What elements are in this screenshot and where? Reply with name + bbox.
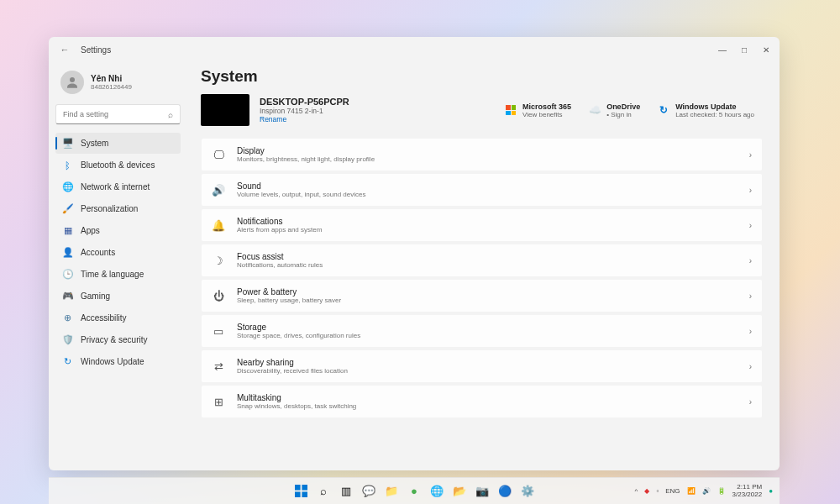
nav-label: Apps xyxy=(81,226,100,235)
setting-sub: Volume levels, output, input, sound devi… xyxy=(237,191,738,198)
chrome-icon[interactable]: 🌐 xyxy=(428,482,446,501)
chevron-right-icon: › xyxy=(749,256,752,265)
profile-section[interactable]: Yên Nhi 84826126449 xyxy=(55,67,181,97)
setting-icon: ⏻ xyxy=(212,289,225,302)
nav-icon: ▦ xyxy=(62,225,73,236)
nav-label: Accessibility xyxy=(81,313,126,323)
settings-list: 🖵DisplayMonitors, brightness, night ligh… xyxy=(201,138,763,418)
setting-power-battery[interactable]: ⏻Power & batterySleep, battery usage, ba… xyxy=(201,279,763,312)
setting-nearby-sharing[interactable]: ⇄Nearby sharingDiscoverability, received… xyxy=(201,349,763,383)
setting-sub: Monitors, brightness, night light, displ… xyxy=(237,155,738,163)
chevron-right-icon: › xyxy=(749,397,752,407)
search-taskbar-icon[interactable]: ⌕ xyxy=(314,482,333,501)
taskview-icon[interactable]: ▥ xyxy=(337,482,355,501)
wifi-icon[interactable]: 📶 xyxy=(687,487,696,495)
nav-icon: ᛒ xyxy=(62,160,73,171)
nav-label: Time & language xyxy=(81,270,144,279)
tray-app-icon[interactable]: ◆ xyxy=(644,487,649,495)
edge-icon[interactable]: 🔵 xyxy=(496,482,514,501)
setting-storage[interactable]: ▭StorageStorage space, drives, configura… xyxy=(201,314,763,348)
nav-item-windows-update[interactable]: ↻Windows Update xyxy=(55,351,181,372)
start-button[interactable] xyxy=(291,482,310,501)
cloud-sub: • Sign in xyxy=(606,111,640,118)
setting-display[interactable]: 🖵DisplayMonitors, brightness, night ligh… xyxy=(201,138,763,171)
device-name: DESKTOP-P56PCPR xyxy=(260,97,494,107)
folder-icon[interactable]: 📂 xyxy=(450,482,469,501)
back-button[interactable]: ← xyxy=(57,42,72,57)
cloud-sub: Last checked: 5 hours ago xyxy=(675,111,754,118)
tray-app2-icon[interactable]: ▫ xyxy=(656,487,659,495)
nav-item-accounts[interactable]: 👤Accounts xyxy=(55,242,181,263)
page-title: System xyxy=(201,67,763,86)
cloud-windows-update[interactable]: ↻Windows UpdateLast checked: 5 hours ago xyxy=(657,102,754,118)
battery-icon[interactable]: 🔋 xyxy=(717,487,726,495)
rename-link[interactable]: Rename xyxy=(260,115,494,123)
volume-icon[interactable]: 🔊 xyxy=(702,487,711,495)
setting-icon: 🔊 xyxy=(212,183,225,197)
setting-icon: ⊞ xyxy=(212,395,225,408)
profile-name: Yên Nhi xyxy=(91,74,132,83)
setting-notifications[interactable]: 🔔NotificationsAlerts from apps and syste… xyxy=(201,208,763,242)
cloud-onedrive[interactable]: ☁️OneDrive• Sign in xyxy=(588,102,640,118)
nav-item-personalization[interactable]: 🖌️Personalization xyxy=(55,198,181,219)
setting-sound[interactable]: 🔊SoundVolume levels, output, input, soun… xyxy=(201,173,763,207)
device-row: DESKTOP-P56PCPR Inspiron 7415 2-in-1 Ren… xyxy=(201,94,763,126)
close-button[interactable]: ✕ xyxy=(761,45,771,55)
tray-lang[interactable]: ENG xyxy=(665,487,680,495)
setting-title: Nearby sharing xyxy=(237,358,738,367)
nav-item-accessibility[interactable]: ⊕Accessibility xyxy=(55,307,181,328)
setting-sub: Snap windows, desktops, task switching xyxy=(237,402,738,410)
cloud-microsoft-[interactable]: Microsoft 365View benefits xyxy=(504,102,571,118)
settings-taskbar-icon[interactable]: ⚙️ xyxy=(518,482,537,501)
nav-item-network-internet[interactable]: 🌐Network & internet xyxy=(55,176,181,197)
app-icon[interactable]: ● xyxy=(405,482,423,501)
minimize-button[interactable]: — xyxy=(717,45,727,55)
tray-chevron-icon[interactable]: ^ xyxy=(635,487,638,495)
search-box[interactable]: ⌕ xyxy=(55,104,181,124)
setting-sub: Discoverability, received files location xyxy=(237,367,738,375)
titlebar: ← Settings — □ ✕ xyxy=(49,37,780,62)
setting-sub: Alerts from apps and system xyxy=(237,226,738,234)
setting-icon: 🔔 xyxy=(212,218,225,232)
instagram-icon[interactable]: 📷 xyxy=(473,482,491,501)
setting-sub: Notifications, automatic rules xyxy=(237,261,738,269)
cloud-icon: ☁️ xyxy=(588,103,601,117)
nav-icon: 🖌️ xyxy=(62,203,73,214)
chevron-right-icon: › xyxy=(749,221,752,230)
setting-sub: Storage space, drives, configuration rul… xyxy=(237,332,738,339)
sidebar: Yên Nhi 84826126449 ⌕ 🖥️SystemᛒBluetooth… xyxy=(49,62,187,470)
system-tray[interactable]: ^ ◆ ▫ ENG 📶 🔊 🔋 2:11 PM 3/23/2022 ● xyxy=(635,484,773,499)
svg-rect-3 xyxy=(295,491,301,497)
nav-item-apps[interactable]: ▦Apps xyxy=(55,220,181,241)
cloud-items: Microsoft 365View benefits☁️OneDrive• Si… xyxy=(504,102,754,118)
setting-title: Notifications xyxy=(237,217,738,226)
setting-multitasking[interactable]: ⊞MultitaskingSnap windows, desktops, tas… xyxy=(201,385,763,418)
nav-item-time-language[interactable]: 🕒Time & language xyxy=(55,264,181,285)
nav-list: 🖥️SystemᛒBluetooth & devices🌐Network & i… xyxy=(55,133,181,372)
nav-icon: ↻ xyxy=(62,356,73,367)
chevron-right-icon: › xyxy=(749,362,752,371)
window-title: Settings xyxy=(81,45,111,55)
nav-icon: 🕒 xyxy=(62,269,73,280)
nav-item-gaming[interactable]: 🎮Gaming xyxy=(55,286,181,307)
chat-icon[interactable]: 💬 xyxy=(360,482,378,501)
nav-label: Privacy & security xyxy=(81,335,147,344)
nav-item-system[interactable]: 🖥️System xyxy=(55,133,181,154)
main-content: System DESKTOP-P56PCPR Inspiron 7415 2-i… xyxy=(187,62,780,470)
chevron-right-icon: › xyxy=(749,186,752,195)
search-input[interactable] xyxy=(63,110,168,118)
device-image xyxy=(201,94,249,126)
tray-date: 3/23/2022 xyxy=(732,491,763,499)
nav-label: Network & internet xyxy=(81,182,150,192)
nav-item-bluetooth-devices[interactable]: ᛒBluetooth & devices xyxy=(55,155,181,176)
explorer-icon[interactable]: 📁 xyxy=(382,482,401,501)
cloud-title: Microsoft 365 xyxy=(522,102,571,111)
notif-icon[interactable]: ● xyxy=(769,487,773,495)
nav-item-privacy-security[interactable]: 🛡️Privacy & security xyxy=(55,329,181,350)
setting-title: Display xyxy=(237,146,738,155)
chevron-right-icon: › xyxy=(749,327,752,336)
setting-focus-assist[interactable]: ☽Focus assistNotifications, automatic ru… xyxy=(201,244,763,277)
setting-icon: ⇄ xyxy=(212,360,225,373)
taskbar: ⌕ ▥ 💬 📁 ● 🌐 📂 📷 🔵 ⚙️ ^ ◆ ▫ ENG 📶 🔊 🔋 2:1… xyxy=(49,477,780,504)
maximize-button[interactable]: □ xyxy=(739,45,749,55)
